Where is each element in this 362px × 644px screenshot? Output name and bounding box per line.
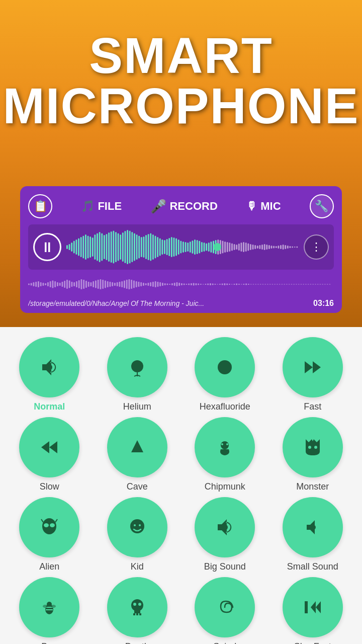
- svg-rect-31: [138, 236, 140, 259]
- svg-rect-6: [80, 237, 82, 257]
- svg-rect-10: [89, 236, 91, 258]
- effect-item-small-sound[interactable]: Small Sound: [271, 497, 355, 572]
- svg-rect-19: [111, 231, 112, 263]
- title-line2: MICROPHONE: [0, 80, 362, 131]
- svg-point-239: [308, 446, 311, 449]
- svg-rect-152: [150, 282, 151, 286]
- svg-rect-11: [92, 237, 94, 257]
- svg-rect-256: [134, 610, 140, 613]
- svg-rect-147: [138, 282, 140, 287]
- svg-rect-54: [192, 240, 193, 254]
- svg-rect-62: [210, 242, 212, 253]
- svg-point-247: [134, 524, 136, 526]
- svg-rect-52: [187, 243, 189, 252]
- svg-rect-38: [155, 236, 156, 259]
- svg-rect-122: [78, 280, 80, 288]
- svg-rect-214: [298, 284, 300, 285]
- effect-label-hexafluoride: Hexafluoride: [200, 401, 250, 412]
- svg-rect-193: [248, 284, 249, 285]
- svg-rect-217: [305, 284, 307, 285]
- effect-item-normal[interactable]: Normal: [8, 337, 92, 412]
- effect-item-monster[interactable]: Monster: [271, 417, 355, 492]
- more-options-button[interactable]: ⋮: [304, 234, 329, 260]
- effect-item-kid[interactable]: Kid: [96, 497, 179, 572]
- svg-rect-124: [83, 280, 84, 289]
- svg-rect-45: [171, 237, 172, 257]
- svg-rect-75: [241, 243, 242, 252]
- clipboard-button[interactable]: 📋: [28, 194, 52, 218]
- svg-rect-196: [255, 284, 256, 285]
- svg-point-253: [43, 605, 48, 608]
- svg-point-240: [314, 446, 317, 449]
- effect-item-helium[interactable]: Helium: [96, 337, 179, 412]
- svg-rect-167: [186, 284, 188, 285]
- svg-rect-71: [231, 244, 233, 251]
- svg-rect-171: [196, 283, 197, 285]
- effect-item-alien[interactable]: Alien: [8, 497, 92, 572]
- svg-rect-149: [143, 283, 144, 286]
- effect-item-cave[interactable]: Cave: [96, 417, 179, 492]
- svg-rect-264: [305, 601, 308, 613]
- svg-rect-184: [226, 284, 228, 285]
- svg-rect-7: [82, 236, 84, 259]
- waveform-area: ⏸ ⋮: [28, 224, 334, 270]
- effect-item-slow[interactable]: Slow: [8, 417, 92, 492]
- effect-circle-cave: [107, 417, 167, 477]
- file-button[interactable]: 🎵 FILE: [81, 200, 122, 213]
- svg-rect-131: [100, 279, 102, 289]
- svg-point-257: [133, 603, 136, 606]
- effect-item-big-sound[interactable]: Big Sound: [183, 497, 267, 572]
- svg-rect-156: [159, 282, 161, 286]
- svg-rect-34: [145, 235, 147, 259]
- svg-rect-35: [148, 234, 149, 260]
- play-pause-button[interactable]: ⏸: [33, 233, 61, 261]
- svg-point-237: [221, 443, 223, 445]
- svg-rect-177: [210, 283, 211, 285]
- svg-rect-192: [245, 284, 247, 285]
- settings-button[interactable]: 🔧: [310, 194, 334, 218]
- effect-label-monster: Monster: [296, 481, 329, 492]
- svg-marker-234: [41, 441, 49, 453]
- svg-rect-135: [110, 282, 111, 287]
- effect-item-bee[interactable]: Bee: [8, 577, 92, 644]
- effect-circle-hexafluoride: [195, 337, 255, 397]
- effect-item-chipmunk[interactable]: Chipmunk: [183, 417, 267, 492]
- svg-rect-166: [184, 284, 185, 285]
- effect-item-fast[interactable]: Fast: [271, 337, 355, 412]
- effect-item-death[interactable]: Death: [96, 577, 179, 644]
- svg-rect-169: [191, 283, 192, 285]
- svg-rect-153: [152, 282, 154, 287]
- svg-rect-132: [102, 280, 104, 289]
- svg-rect-120: [73, 282, 75, 286]
- effect-item-slowfast[interactable]: SlowFast: [271, 577, 355, 644]
- svg-rect-164: [178, 283, 180, 286]
- svg-rect-2: [71, 243, 72, 252]
- svg-rect-133: [105, 281, 106, 288]
- svg-rect-17: [106, 234, 108, 260]
- svg-rect-92: [280, 245, 282, 249]
- effect-label-chipmunk: Chipmunk: [205, 481, 245, 492]
- title-line1: SMART: [0, 30, 362, 80]
- svg-rect-79: [250, 244, 251, 250]
- svg-rect-103: [33, 282, 35, 286]
- effect-item-spiral[interactable]: Spiral: [183, 577, 267, 644]
- svg-rect-68: [224, 242, 226, 253]
- svg-rect-174: [203, 284, 204, 285]
- svg-rect-110: [50, 281, 51, 287]
- svg-rect-96: [290, 246, 291, 248]
- svg-rect-91: [278, 246, 279, 249]
- svg-rect-3: [73, 241, 75, 254]
- svg-rect-4: [75, 239, 77, 255]
- effect-label-helium: Helium: [123, 401, 151, 412]
- mic-button[interactable]: 🎙 MIC: [246, 200, 281, 213]
- svg-rect-157: [162, 283, 163, 286]
- svg-rect-97: [292, 247, 293, 248]
- svg-rect-8: [85, 234, 86, 260]
- svg-rect-125: [85, 281, 87, 288]
- effect-item-hexafluoride[interactable]: Hexafluoride: [183, 337, 267, 412]
- record-button[interactable]: 🎤 RECORD: [150, 199, 217, 214]
- svg-rect-48: [178, 239, 179, 255]
- svg-rect-173: [200, 284, 202, 285]
- svg-rect-145: [133, 281, 135, 288]
- effect-label-fast: Fast: [304, 401, 321, 412]
